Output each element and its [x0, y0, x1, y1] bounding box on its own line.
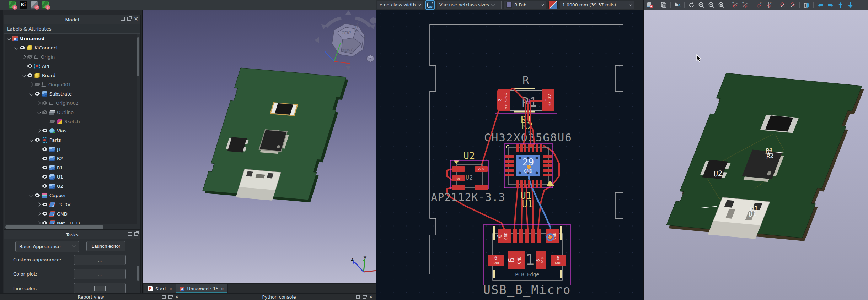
tree-item-origin002[interactable]: Origin002 — [5, 98, 137, 108]
dock-restore-icon[interactable] — [356, 295, 360, 299]
nav-mini-cube-icon[interactable] — [367, 55, 374, 62]
line-color-button[interactable] — [74, 283, 126, 294]
expander-icon[interactable] — [29, 193, 33, 197]
auto-track-width-toggle[interactable] — [425, 0, 435, 10]
pull-board-icon[interactable]: ↓ — [42, 1, 49, 9]
expander-icon[interactable] — [22, 73, 26, 77]
dock-float-icon[interactable] — [127, 17, 131, 21]
new-board-icon[interactable]: + — [9, 1, 16, 9]
eye-icon[interactable] — [42, 175, 47, 179]
eye-icon[interactable] — [42, 166, 47, 169]
dock-restore-icon[interactable] — [128, 232, 132, 236]
rotate-y-cw-icon[interactable]: Y — [755, 1, 763, 9]
eye-icon[interactable] — [42, 157, 47, 160]
reload-board-icon[interactable] — [645, 1, 654, 9]
expander-icon[interactable] — [37, 110, 41, 114]
eye-icon[interactable] — [35, 193, 40, 197]
expander-icon[interactable] — [22, 55, 26, 59]
freecad-3d-viewport[interactable]: TOP FRONT RIGHT X Y — [143, 10, 376, 283]
viewer3d-canvas[interactable]: R1 R2 U2 U1 U1 — [643, 10, 868, 300]
rotate-z-cw-icon[interactable]: Z — [778, 1, 787, 9]
tree-item-board[interactable]: Board — [5, 71, 137, 80]
tree-item-origin001[interactable]: Origin001 — [5, 80, 137, 89]
layer-dropdown[interactable]: B.Fab — [504, 1, 546, 9]
expander-icon[interactable] — [29, 92, 33, 96]
nav-cube-top-label[interactable]: TOP — [341, 30, 351, 36]
push-board-icon[interactable]: ↩ — [31, 1, 38, 9]
eye-icon[interactable] — [20, 46, 25, 49]
tree-item-sketch[interactable]: Sketch — [5, 117, 137, 126]
python-console-bar[interactable]: Python console × — [182, 294, 376, 300]
tree-item-parts[interactable]: Parts — [5, 135, 137, 144]
tree-item-_3_3v[interactable]: _3_3V — [5, 200, 137, 209]
close-icon[interactable]: × — [220, 286, 224, 291]
tasks-vertical-scrollbar[interactable] — [137, 266, 139, 281]
dock-float-icon[interactable] — [363, 295, 366, 299]
tree-item-origin[interactable]: Origin — [5, 52, 137, 61]
tree-item-vias[interactable]: Vias — [5, 126, 137, 135]
refresh-view-icon[interactable] — [687, 1, 696, 9]
expander-icon[interactable] — [29, 138, 33, 142]
eye-icon[interactable] — [42, 212, 47, 216]
grid-dropdown[interactable]: 1.0000 mm (39.37 mils) — [560, 1, 634, 9]
rotate-y-ccw-icon[interactable]: Y — [765, 1, 773, 9]
flip-board-icon[interactable] — [802, 1, 811, 9]
pcbnew-canvas[interactable]: R 2 Net-(R1-Pad2) 1 +3.3V R1 R1 R2 R2 CH… — [376, 10, 643, 300]
dock-float-icon[interactable] — [134, 232, 138, 236]
move-left-icon[interactable] — [816, 1, 825, 9]
eye-icon[interactable] — [42, 147, 47, 151]
tab-start[interactable]: F Start × — [144, 284, 176, 293]
render-icon[interactable] — [673, 1, 682, 9]
color-plot-button[interactable]: ... — [74, 269, 126, 279]
tree-item-copper[interactable]: Copper — [5, 191, 137, 200]
expander-icon[interactable] — [7, 36, 11, 40]
via[interactable] — [527, 165, 531, 169]
tab-document[interactable]: Unnamed : 1* × — [176, 284, 228, 293]
eye-icon[interactable] — [27, 73, 32, 77]
expander-icon[interactable] — [14, 45, 18, 49]
rotate-x-ccw-icon[interactable]: X — [741, 1, 749, 9]
tree-item-gnd[interactable]: GND — [5, 209, 137, 218]
tree-item-outline[interactable]: Outline — [5, 108, 137, 117]
close-icon[interactable]: × — [134, 17, 138, 21]
tree-item-kiconnect[interactable]: KiConnect — [5, 43, 137, 52]
copy-image-icon[interactable] — [659, 1, 668, 9]
rotate-z-ccw-icon[interactable]: Z — [788, 1, 797, 9]
close-icon[interactable]: × — [169, 286, 173, 291]
tree-item-j1[interactable]: J1 — [5, 144, 137, 154]
via-size-dropdown[interactable]: Via: use netclass sizes — [437, 1, 502, 9]
zoom-fit-icon[interactable] — [717, 1, 725, 9]
tree-item-substrate[interactable]: Substrate — [5, 89, 137, 98]
tasks-panel-header[interactable]: Tasks — [4, 230, 140, 239]
close-icon[interactable]: × — [369, 295, 373, 299]
tree-item-net__j1_d[interactable]: Net__J1_D — [5, 218, 137, 224]
tree-item-u1[interactable]: U1 — [5, 172, 137, 181]
dock-restore-icon[interactable] — [121, 17, 125, 21]
eye-icon[interactable] — [50, 120, 55, 123]
eye-icon[interactable] — [42, 184, 47, 188]
move-up-icon[interactable] — [836, 1, 845, 9]
eye-icon[interactable] — [42, 203, 47, 206]
expander-icon[interactable] — [37, 129, 41, 132]
tree-item-u2[interactable]: U2 — [5, 181, 137, 191]
tree-item-r1[interactable]: R1 — [5, 163, 137, 172]
expander-icon[interactable] — [37, 101, 41, 105]
expander-icon[interactable] — [37, 221, 41, 224]
expander-icon[interactable] — [29, 82, 33, 86]
zoom-out-icon[interactable] — [707, 1, 716, 9]
nav-home-icon[interactable] — [370, 17, 376, 24]
zoom-in-icon[interactable] — [697, 1, 706, 9]
eye-icon[interactable] — [35, 138, 40, 142]
model-panel-header[interactable]: Model × — [4, 15, 140, 24]
launch-editor-button[interactable]: Launch editor — [86, 241, 125, 251]
dock-float-icon[interactable] — [168, 295, 172, 299]
eye-icon[interactable] — [42, 221, 47, 224]
eye-icon[interactable] — [27, 55, 32, 59]
navigation-cube[interactable]: TOP FRONT RIGHT — [315, 10, 376, 70]
eye-icon[interactable] — [35, 83, 40, 86]
tree-item-api[interactable]: API — [5, 61, 137, 71]
track-width-dropdown[interactable]: e netclass width — [377, 1, 423, 9]
dock-restore-icon[interactable] — [162, 295, 166, 299]
tree-item-unnamed[interactable]: Unnamed — [5, 34, 137, 43]
eye-icon[interactable] — [35, 92, 40, 96]
